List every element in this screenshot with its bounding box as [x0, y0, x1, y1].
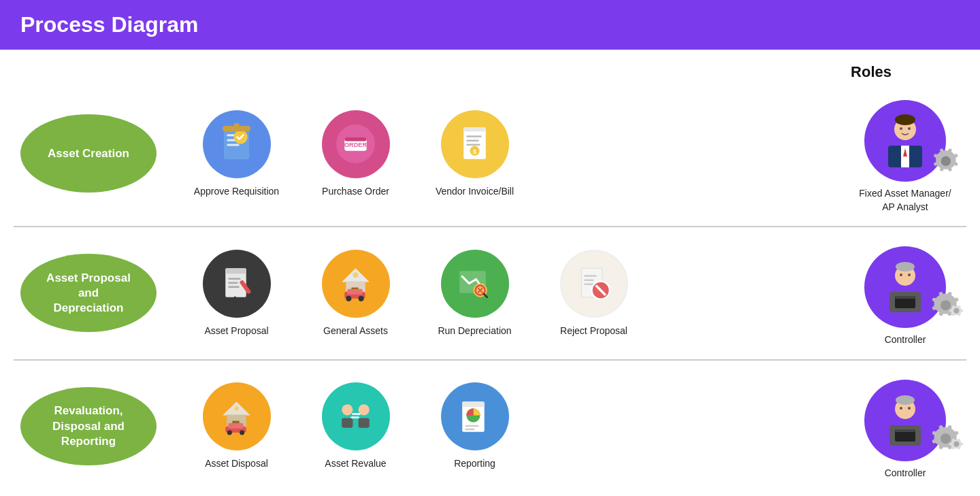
svg-point-67 [234, 406, 238, 410]
svg-text:ORDER: ORDER [344, 142, 367, 148]
svg-point-24 [900, 127, 902, 130]
steps-asset-proposal: Asset Proposal [157, 250, 851, 337]
step-asset-disposal: Asset Disposal [177, 382, 296, 469]
svg-point-26 [941, 156, 951, 166]
page-title: Process Diagram [20, 12, 960, 37]
svg-point-60 [900, 274, 902, 276]
label-asset-creation: Asset Creation [20, 114, 157, 193]
row-revaluation: Revaluation,Disposal andReporting [14, 361, 966, 493]
svg-rect-28 [225, 269, 246, 274]
step-label-run-depreciation: Run Depreciation [438, 325, 511, 337]
svg-point-40 [346, 296, 351, 301]
svg-point-91 [953, 441, 959, 446]
step-vendor-invoice: $ Vendor Invoice/Bill [415, 110, 534, 197]
svg-rect-31 [228, 286, 239, 288]
svg-line-45 [484, 294, 487, 297]
label-asset-proposal: Asset ProposalandDepreciation [20, 254, 157, 332]
svg-point-61 [908, 274, 911, 276]
svg-rect-75 [359, 418, 370, 428]
svg-point-89 [908, 407, 911, 410]
roles-header: Roles [14, 56, 966, 81]
step-reporting: Reporting [415, 382, 534, 469]
svg-point-20 [895, 114, 915, 125]
svg-rect-7 [233, 123, 239, 129]
svg-rect-14 [466, 135, 481, 137]
svg-point-71 [240, 430, 244, 435]
svg-rect-82 [465, 429, 474, 431]
step-label-purchase-order: Purchase Order [322, 185, 389, 197]
step-run-depreciation: Run Depreciation [415, 250, 534, 337]
row-asset-proposal: Asset ProposalandDepreciation [14, 227, 966, 361]
svg-rect-69 [228, 423, 243, 429]
svg-rect-4 [227, 144, 239, 146]
role-label-controller-1: Controller [885, 333, 926, 347]
step-reject-proposal: Reject Proposal [534, 250, 653, 337]
svg-rect-15 [466, 139, 478, 142]
svg-rect-39 [347, 289, 362, 295]
svg-point-37 [353, 273, 358, 278]
svg-point-63 [953, 308, 959, 314]
svg-point-70 [227, 430, 232, 435]
svg-point-72 [342, 404, 353, 415]
svg-point-41 [359, 296, 364, 301]
label-revaluation: Revaluation,Disposal andReporting [20, 387, 157, 465]
steps-asset-creation: Approve Requisition ORDER Purchase Order [157, 110, 851, 197]
step-label-approve-requisition: Approve Requisition [194, 185, 279, 197]
svg-point-25 [908, 127, 911, 130]
step-label-asset-proposal: Asset Proposal [204, 325, 268, 337]
role-fixed-asset-manager: Fixed Asset Manager/AP Analyst [851, 93, 960, 214]
step-label-general-assets: General Assets [323, 325, 388, 337]
step-label-asset-disposal: Asset Disposal [205, 457, 268, 469]
svg-rect-29 [228, 278, 240, 280]
svg-point-88 [900, 407, 902, 410]
svg-point-84 [896, 395, 915, 405]
diagram-area: Roles Asset Creation [0, 50, 980, 496]
roles-title: Roles [851, 63, 892, 81]
svg-rect-87 [895, 429, 915, 432]
step-label-vendor-invoice: Vendor Invoice/Bill [436, 185, 514, 197]
step-asset-revalue: Asset Revalue [296, 382, 415, 469]
role-controller-1: Controller [851, 239, 960, 347]
svg-rect-81 [465, 425, 478, 427]
header: Process Diagram [0, 0, 980, 50]
svg-rect-79 [462, 401, 485, 407]
svg-text:$: $ [473, 148, 476, 155]
svg-rect-50 [584, 280, 593, 282]
svg-rect-49 [584, 276, 596, 278]
svg-rect-73 [342, 418, 353, 428]
step-purchase-order: ORDER Purchase Order [296, 110, 415, 197]
step-label-asset-revalue: Asset Revalue [325, 457, 386, 469]
role-label-controller-2: Controller [885, 467, 926, 480]
step-asset-proposal: Asset Proposal [177, 250, 296, 337]
svg-rect-13 [463, 127, 486, 131]
role-label-manager: Fixed Asset Manager/AP Analyst [859, 187, 951, 214]
svg-rect-16 [466, 144, 480, 146]
step-label-reporting: Reporting [454, 457, 495, 469]
svg-rect-59 [895, 296, 915, 299]
steps-revaluation: Asset Disposal [157, 382, 851, 469]
step-label-reject-proposal: Reject Proposal [560, 325, 627, 337]
row-asset-creation: Asset Creation [14, 81, 966, 227]
step-approve-requisition: Approve Requisition [177, 110, 296, 197]
svg-rect-11 [344, 137, 367, 141]
svg-point-62 [941, 300, 951, 310]
role-controller-2: Controller [851, 373, 960, 480]
svg-rect-30 [228, 282, 238, 284]
step-general-assets: General Assets [296, 250, 415, 337]
svg-point-90 [941, 433, 951, 444]
svg-point-56 [896, 262, 915, 271]
